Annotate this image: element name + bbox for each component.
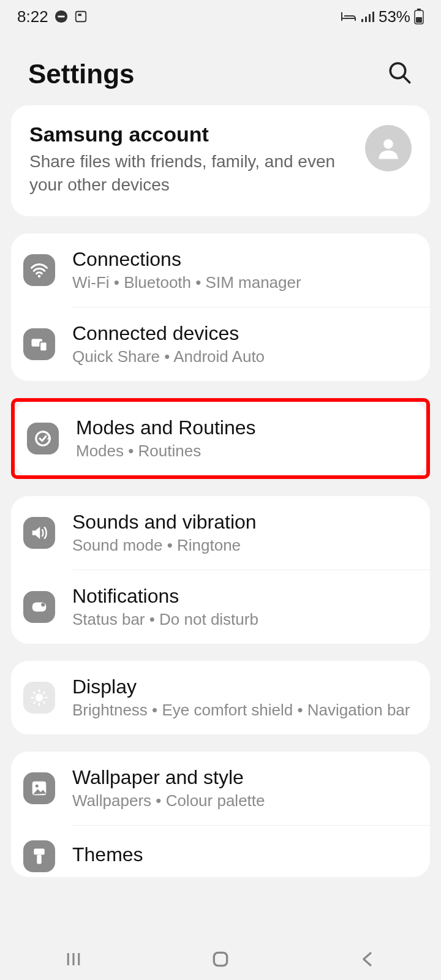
modes-icon — [27, 423, 59, 454]
svg-rect-10 — [416, 17, 422, 23]
home-icon — [211, 949, 230, 969]
svg-rect-1 — [58, 16, 64, 18]
battery-percent: 53% — [379, 7, 410, 26]
recents-icon — [64, 950, 83, 968]
svg-point-13 — [383, 139, 393, 149]
back-icon — [358, 950, 377, 968]
svg-line-29 — [43, 692, 45, 693]
status-left: 8:22 — [17, 7, 88, 26]
status-time: 8:22 — [17, 7, 48, 26]
row-sub: Status bar • Do not disturb — [72, 610, 418, 629]
avatar[interactable] — [365, 125, 412, 172]
settings-group-sounds: Sounds and vibration Sound mode • Ringto… — [11, 496, 430, 644]
svg-rect-2 — [75, 12, 86, 22]
svg-rect-33 — [37, 854, 42, 864]
page-title: Settings — [28, 59, 135, 89]
search-button[interactable] — [387, 60, 413, 88]
settings-group-display: Display Brightness • Eye comfort shield … — [11, 661, 430, 734]
row-display[interactable]: Display Brightness • Eye comfort shield … — [11, 661, 430, 734]
row-sub: Quick Share • Android Auto — [72, 347, 418, 366]
wallpaper-icon — [23, 772, 55, 804]
home-button[interactable] — [190, 949, 251, 969]
row-wallpaper-style[interactable]: Wallpaper and style Wallpapers • Colour … — [11, 752, 430, 825]
settings-group-connections: Connections Wi-Fi • Bluetooth • SIM mana… — [11, 233, 430, 381]
row-sounds-vibration[interactable]: Sounds and vibration Sound mode • Ringto… — [11, 496, 430, 570]
svg-rect-5 — [365, 17, 367, 22]
status-right: 53% — [341, 7, 424, 26]
svg-line-12 — [403, 76, 410, 83]
bed-icon — [341, 10, 356, 23]
svg-rect-6 — [369, 14, 371, 22]
svg-line-27 — [43, 702, 45, 703]
svg-point-21 — [36, 693, 43, 701]
highlight-annotation: Modes and Routines Modes • Routines — [11, 398, 430, 479]
svg-line-28 — [34, 702, 35, 703]
search-icon — [387, 60, 413, 86]
svg-line-26 — [34, 692, 35, 693]
dnd-icon — [55, 10, 68, 23]
account-title: Samsung account — [29, 123, 352, 146]
themes-icon — [23, 840, 55, 872]
status-bar: 8:22 53% — [0, 0, 441, 33]
row-title: Themes — [72, 843, 418, 866]
settings-header: Settings — [0, 33, 441, 105]
svg-point-20 — [41, 603, 45, 606]
settings-list[interactable]: Samsung account Share files with friends… — [0, 105, 441, 877]
row-modes-routines[interactable]: Modes and Routines Modes • Routines — [15, 402, 426, 475]
back-button[interactable] — [337, 950, 398, 968]
navigation-bar — [0, 938, 441, 980]
notifications-icon — [23, 591, 55, 623]
svg-rect-7 — [372, 12, 374, 22]
svg-point-31 — [36, 784, 39, 787]
person-icon — [375, 135, 401, 161]
svg-rect-3 — [78, 13, 81, 16]
svg-rect-32 — [34, 848, 45, 854]
row-sub: Brightness • Eye comfort shield • Naviga… — [72, 701, 418, 720]
row-sub: Wi-Fi • Bluetooth • SIM manager — [72, 273, 418, 292]
battery-icon — [414, 9, 424, 24]
row-title: Display — [72, 676, 418, 698]
svg-rect-37 — [214, 952, 227, 965]
display-icon — [23, 682, 55, 714]
row-title: Notifications — [72, 585, 418, 608]
row-title: Connected devices — [72, 322, 418, 345]
recents-button[interactable] — [43, 950, 104, 968]
account-desc: Share files with friends, family, and ev… — [29, 150, 352, 197]
svg-rect-16 — [40, 342, 47, 351]
row-title: Wallpaper and style — [72, 766, 418, 789]
row-title: Modes and Routines — [76, 417, 414, 439]
row-sub: Sound mode • Ringtone — [72, 536, 418, 555]
devices-icon — [23, 328, 55, 360]
samsung-account-card[interactable]: Samsung account Share files with friends… — [11, 105, 430, 216]
card-icon — [74, 10, 88, 23]
sound-icon — [23, 517, 55, 549]
row-title: Sounds and vibration — [72, 511, 418, 533]
settings-group-modes: Modes and Routines Modes • Routines — [15, 402, 426, 475]
row-sub: Modes • Routines — [76, 442, 414, 461]
wifi-icon — [23, 254, 55, 286]
row-themes[interactable]: Themes — [11, 826, 430, 877]
row-title: Connections — [72, 248, 418, 271]
row-connected-devices[interactable]: Connected devices Quick Share • Android … — [11, 307, 430, 381]
row-connections[interactable]: Connections Wi-Fi • Bluetooth • SIM mana… — [11, 233, 430, 307]
row-notifications[interactable]: Notifications Status bar • Do not distur… — [11, 570, 430, 644]
row-sub: Wallpapers • Colour palette — [72, 791, 418, 810]
svg-rect-4 — [361, 19, 363, 22]
settings-group-wallpaper: Wallpaper and style Wallpapers • Colour … — [11, 752, 430, 877]
signal-icon — [360, 10, 375, 23]
svg-point-14 — [38, 274, 41, 277]
